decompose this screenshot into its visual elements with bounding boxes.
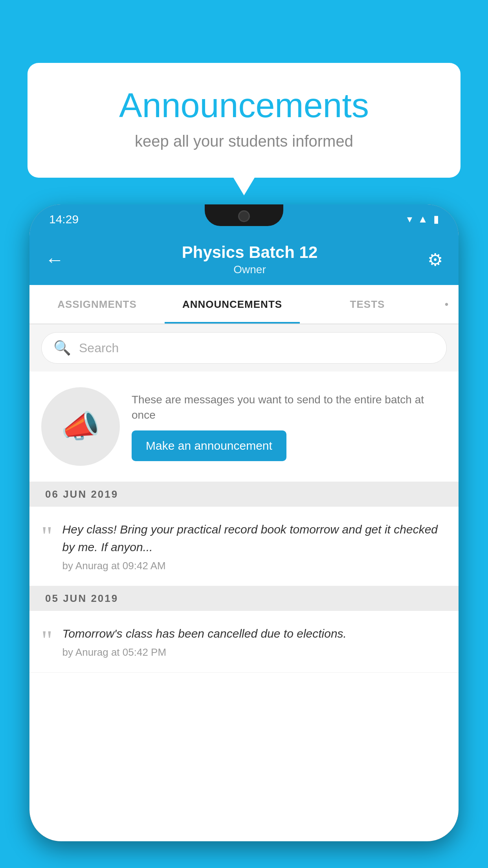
tabs-bar: ASSIGNMENTS ANNOUNCEMENTS TESTS • [29,285,459,324]
announcement-promo: 📣 These are messages you want to send to… [29,371,459,482]
search-container: 🔍 Search [29,324,459,371]
search-placeholder: Search [79,341,119,355]
announcement-text-2: Tomorrow's class has been cancelled due … [62,625,447,642]
announcement-meta-1: by Anurag at 09:42 AM [62,560,447,572]
tab-tests[interactable]: TESTS [300,285,435,324]
announcement-text-1: Hey class! Bring your practical record b… [62,520,447,556]
front-camera [238,210,250,222]
announcement-content-1: Hey class! Bring your practical record b… [62,520,447,572]
battery-icon: ▮ [433,213,439,225]
wifi-icon: ▾ [407,213,412,225]
speech-bubble: Announcements keep all your students inf… [28,63,460,178]
app-bar-subtitle: Owner [72,263,427,276]
tab-assignments[interactable]: ASSIGNMENTS [29,285,165,324]
speech-bubble-section: Announcements keep all your students inf… [28,63,460,178]
phone-frame: 14:29 ▾ ▲ ▮ ← Physics Batch 12 Owner ⚙ [29,204,459,841]
date-separator-1: 06 JUN 2019 [29,482,459,507]
phone-screen: 14:29 ▾ ▲ ▮ ← Physics Batch 12 Owner ⚙ [29,204,459,841]
app-bar: ← Physics Batch 12 Owner ⚙ [29,234,459,285]
bubble-subtitle: keep all your students informed [59,132,429,150]
tab-more[interactable]: • [435,285,459,324]
announcement-content-2: Tomorrow's class has been cancelled due … [62,625,447,658]
megaphone-icon: 📣 [61,408,100,445]
promo-description: These are messages you want to send to t… [132,392,447,423]
quote-icon-1: " [41,522,53,550]
phone-container: 14:29 ▾ ▲ ▮ ← Physics Batch 12 Owner ⚙ [29,204,459,868]
app-bar-title: Physics Batch 12 [72,243,427,262]
announcement-item-1: " Hey class! Bring your practical record… [29,507,459,586]
search-bar[interactable]: 🔍 Search [41,332,447,364]
promo-icon-circle: 📣 [41,387,120,466]
search-icon: 🔍 [53,340,71,356]
status-icons: ▾ ▲ ▮ [407,213,439,225]
make-announcement-button[interactable]: Make an announcement [132,430,286,461]
promo-content: These are messages you want to send to t… [132,392,447,461]
date-separator-2: 05 JUN 2019 [29,586,459,611]
back-button[interactable]: ← [45,249,64,270]
announcement-item-2: " Tomorrow's class has been cancelled du… [29,611,459,673]
phone-notch [205,204,283,226]
signal-icon: ▲ [418,213,428,225]
app-bar-title-section: Physics Batch 12 Owner [72,243,427,276]
settings-icon[interactable]: ⚙ [427,250,443,270]
quote-icon-2: " [41,627,53,654]
announcement-meta-2: by Anurag at 05:42 PM [62,646,447,658]
status-time: 14:29 [49,213,79,226]
tab-announcements[interactable]: ANNOUNCEMENTS [165,285,300,324]
bubble-title: Announcements [59,86,429,125]
